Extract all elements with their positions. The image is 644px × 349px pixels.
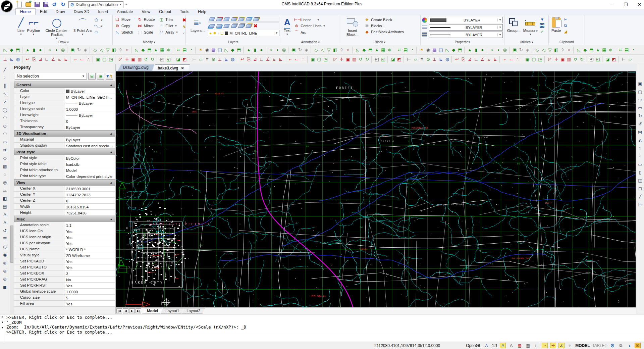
surface3-icon[interactable]: ◔ xyxy=(188,47,194,53)
vtool-0-icon[interactable]: ╱ xyxy=(1,65,9,73)
id-icon[interactable]: ⊙ xyxy=(425,56,431,63)
vtool-2-icon[interactable]: ∥ xyxy=(1,82,9,90)
solid-wedge-icon[interactable]: ◺ xyxy=(444,47,450,53)
vtool-20-icon[interactable]: ↺ xyxy=(1,227,9,235)
rotate-g-icon[interactable]: ↺ xyxy=(572,56,579,63)
select-icon[interactable]: ◸ xyxy=(332,56,338,63)
interfere-icon[interactable]: ▫ xyxy=(566,47,572,53)
vtool-26-icon[interactable]: ⊕ xyxy=(1,275,9,283)
mesh-sphere-icon[interactable]: ⊕ xyxy=(607,47,614,53)
panel-label-modify[interactable]: Modify ▾ xyxy=(113,40,185,45)
ucs-x-icon[interactable]: ∠ xyxy=(265,56,271,63)
property-row[interactable]: UCS icon OnYes xyxy=(14,228,115,234)
ucs-entity-icon[interactable]: ⊿ xyxy=(252,56,258,63)
rotate-g2-icon[interactable]: ↻ xyxy=(364,56,370,63)
close-button[interactable]: ✕ xyxy=(638,2,641,7)
polar-tracking-icon[interactable]: ◔ xyxy=(542,343,548,348)
property-row[interactable]: TransparencyByLayer xyxy=(14,124,115,130)
property-value[interactable]: Yes xyxy=(64,228,115,234)
ortho-icon[interactable]: ∟ xyxy=(533,343,539,348)
doc-tab-bake3.dwg[interactable]: bake3.dwg✕ xyxy=(152,64,190,71)
property-row[interactable]: Set PICKFIRSTYes xyxy=(14,283,115,289)
layer-prev-icon[interactable] xyxy=(216,24,222,28)
vtool-14-icon[interactable]: ╱ xyxy=(637,192,644,200)
layers-button[interactable]: ≣⌕ Layers... xyxy=(187,16,208,33)
select-icon[interactable]: ◸ xyxy=(117,56,124,63)
solid-cylinder-icon[interactable]: ▮ xyxy=(252,47,258,53)
settings-gear-icon[interactable]: ⚙ xyxy=(609,343,615,348)
vtool-8-icon[interactable]: ◠ xyxy=(1,130,9,138)
property-row[interactable]: Set PICKBOX3 xyxy=(14,270,115,277)
property-row[interactable]: UCS per viewportYes xyxy=(14,240,115,246)
surface1-icon[interactable]: ≋ xyxy=(396,47,402,53)
solid-torus-icon[interactable]: ◎ xyxy=(281,47,287,53)
shade1-icon[interactable]: ◰ xyxy=(588,56,595,63)
solid-wedge-icon[interactable]: ◺ xyxy=(223,47,229,53)
property-value[interactable]: 3 xyxy=(64,270,115,276)
section-header-view[interactable]: View▲ xyxy=(14,179,115,186)
vtool-8-icon[interactable]: ∷ xyxy=(637,144,644,152)
vtool-13-icon[interactable]: ◻ xyxy=(637,184,644,192)
panel-label-clipboard[interactable]: Clipboard xyxy=(549,40,585,45)
revision-cloud-button[interactable]: ◠◡▼ xyxy=(93,23,104,29)
rotate-g-icon[interactable]: ↺ xyxy=(143,56,149,63)
layout-tab-layout1[interactable]: Layout1 xyxy=(161,308,183,314)
vtool-16-icon[interactable]: ◧ xyxy=(1,194,9,202)
extrude-icon[interactable]: ◇ xyxy=(534,47,540,53)
mirror-button[interactable]: ⋈Mirror xyxy=(137,23,155,29)
intersect-icon[interactable]: ◈ xyxy=(303,47,310,53)
property-row[interactable]: Print styleByColor xyxy=(14,155,115,161)
tab-edit[interactable]: Edit xyxy=(36,9,51,15)
mesh-wedge-icon[interactable]: ◺ xyxy=(355,47,361,53)
solid-torus-icon[interactable]: ◎ xyxy=(60,47,66,53)
vtool-1-icon[interactable]: ≀ xyxy=(1,73,9,82)
command-expand-icon[interactable]: ▾ xyxy=(2,320,3,324)
tab-annotate[interactable]: Annotate xyxy=(112,9,137,15)
ucs-origin-icon[interactable]: ⌐ xyxy=(287,56,293,63)
layout-tab-layout2[interactable]: Layout2 xyxy=(182,308,205,314)
property-value[interactable]: Yes xyxy=(64,283,115,288)
dist-icon[interactable]: ⊢ xyxy=(406,56,412,63)
drawing-canvas[interactable] xyxy=(116,71,636,307)
solid-cylinder-icon[interactable]: ▮ xyxy=(31,47,37,53)
vtool-12-icon[interactable]: ▨ xyxy=(1,162,9,170)
tablet-toggle[interactable]: TABLET xyxy=(592,343,607,348)
rotate-button[interactable]: ↻Rotate xyxy=(137,17,155,22)
vtool-27-icon[interactable]: ◼ xyxy=(1,283,9,291)
section-icon[interactable]: ◊ xyxy=(117,47,124,53)
copy-obj-icon[interactable]: ▣ xyxy=(310,56,316,63)
select-icon[interactable]: ◸ xyxy=(547,56,553,63)
vtool-21-icon[interactable]: ☰ xyxy=(1,235,9,243)
property-value[interactable]: 5 xyxy=(64,295,115,300)
property-value[interactable]: 1:1 xyxy=(64,222,115,228)
vtool-7-icon[interactable]: ◭ xyxy=(637,136,644,144)
tab-help[interactable]: Help xyxy=(194,9,211,15)
close-tab-icon[interactable]: ✕ xyxy=(181,66,184,70)
vtool-10-icon[interactable]: ▭ xyxy=(637,160,644,168)
solid-dish-icon[interactable]: ◗ xyxy=(489,47,495,53)
ucs-z-icon[interactable]: ⊾ xyxy=(63,56,69,63)
ucs-3point-icon[interactable]: ∴ xyxy=(300,56,306,63)
tab-draw-3d[interactable]: Draw 3D xyxy=(69,9,94,15)
vtool-13-icon[interactable]: ◌ xyxy=(1,170,9,178)
shade2-icon[interactable]: ◱ xyxy=(380,56,386,63)
vtool-18-icon[interactable]: A xyxy=(1,210,9,218)
property-value[interactable]: Yes xyxy=(64,301,115,306)
tab-insert[interactable]: Insert xyxy=(94,9,112,15)
lineweight-combo[interactable]: BYLAYER▼ xyxy=(429,32,503,38)
property-value[interactable]: 2118599.3001 xyxy=(64,186,115,191)
panel-label-block[interactable]: Block ▾ xyxy=(340,40,420,45)
surface2-icon[interactable]: ▤ xyxy=(402,47,409,53)
property-row[interactable]: Thickness0 xyxy=(14,118,115,124)
move-pt-icon[interactable]: ✛ xyxy=(124,56,130,63)
property-value[interactable]: lcad.ctb xyxy=(64,161,115,167)
view-icon[interactable]: ◫ xyxy=(438,47,444,53)
property-row[interactable]: Shadow displayShadows cast and receiv... xyxy=(14,143,115,149)
property-value[interactable]: ByLayer xyxy=(64,124,115,130)
solid-box-icon[interactable]: ⬒ xyxy=(15,47,21,53)
union-icon[interactable]: ▣ xyxy=(290,47,297,53)
panel-label-layers[interactable]: Layers xyxy=(186,40,281,45)
copy-clip-button[interactable]: ⧉ xyxy=(562,23,569,28)
dimension-arc-button[interactable]: ⌒Arc xyxy=(293,29,326,36)
move-pt-icon[interactable]: ✛ xyxy=(553,56,559,63)
